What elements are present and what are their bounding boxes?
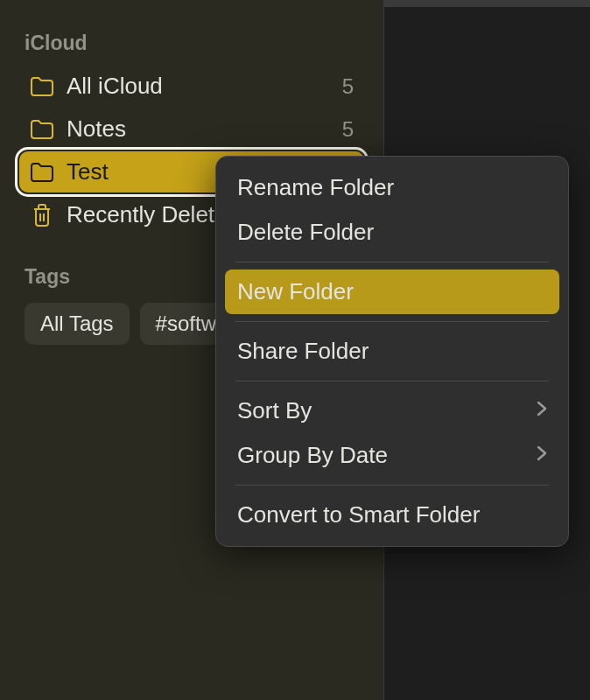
sidebar-item-all-icloud[interactable]: All iCloud 5 xyxy=(19,66,364,107)
menu-item-share-folder[interactable]: Share Folder xyxy=(225,329,559,374)
menu-item-delete-folder[interactable]: Delete Folder xyxy=(225,210,559,255)
menu-item-convert-to-smart-folder[interactable]: Convert to Smart Folder xyxy=(225,493,559,537)
chevron-right-icon xyxy=(537,445,547,466)
menu-separator xyxy=(235,262,549,262)
menu-item-label: Rename Folder xyxy=(237,174,394,201)
folder-icon xyxy=(30,162,54,183)
sidebar-item-count: 5 xyxy=(342,117,354,142)
menu-separator xyxy=(235,381,549,382)
menu-item-label: Share Folder xyxy=(237,338,369,365)
right-panel-header xyxy=(384,0,590,7)
menu-separator xyxy=(235,321,549,322)
trash-icon xyxy=(30,205,54,226)
menu-item-label: Sort By xyxy=(237,397,312,424)
menu-item-new-folder[interactable]: New Folder xyxy=(225,270,559,314)
sidebar-item-label: All iCloud xyxy=(67,73,330,100)
chevron-right-icon xyxy=(537,401,547,421)
menu-item-label: Delete Folder xyxy=(237,219,374,246)
sidebar-item-count: 5 xyxy=(342,74,354,99)
menu-item-label: Convert to Smart Folder xyxy=(237,501,480,528)
sidebar-item-label: Notes xyxy=(67,116,330,143)
folder-icon xyxy=(30,76,54,97)
menu-item-rename-folder[interactable]: Rename Folder xyxy=(225,165,559,210)
menu-item-label: New Folder xyxy=(237,278,354,305)
menu-separator xyxy=(235,485,549,486)
folder-icon xyxy=(30,119,54,140)
menu-item-group-by-date[interactable]: Group By Date xyxy=(225,433,559,478)
tag-all-tags[interactable]: All Tags xyxy=(25,303,130,345)
sidebar-section-icloud: iCloud xyxy=(12,24,371,64)
menu-item-sort-by[interactable]: Sort By xyxy=(225,388,559,433)
context-menu: Rename Folder Delete Folder New Folder S… xyxy=(215,156,569,547)
menu-item-label: Group By Date xyxy=(237,442,388,469)
sidebar-item-notes[interactable]: Notes 5 xyxy=(19,108,364,150)
